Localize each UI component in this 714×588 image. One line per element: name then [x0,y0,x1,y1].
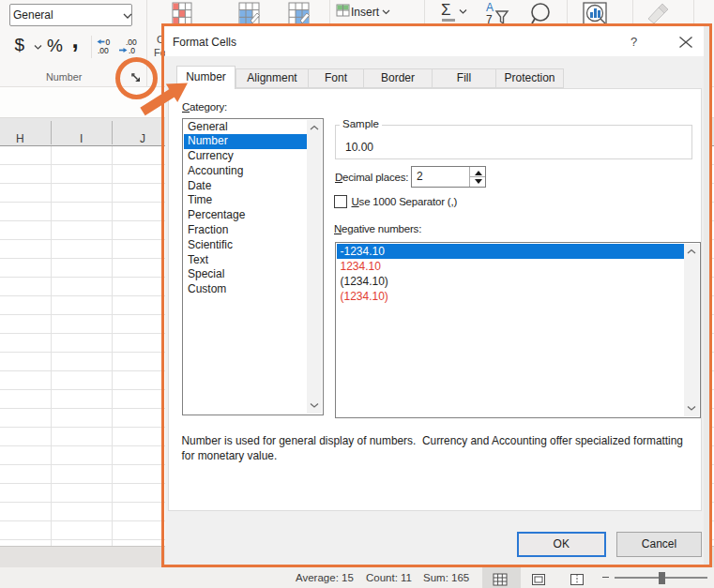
svg-text:.0: .0 [129,46,135,55]
svg-text:A: A [486,1,494,14]
svg-text:.00: .00 [98,46,109,55]
